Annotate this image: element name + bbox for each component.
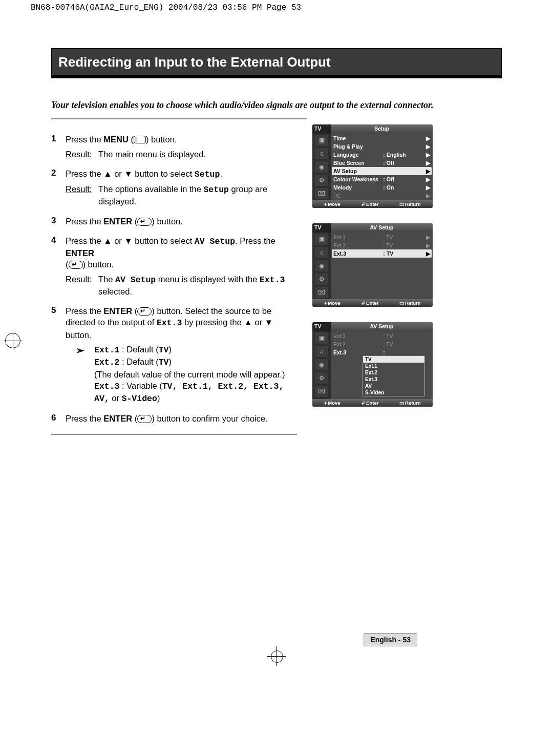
registration-mark-icon — [5, 333, 20, 348]
setup-icon: ⚙ — [315, 175, 328, 186]
osd-av-setup-menu: TV AV Setup ▣ ♫ ◉ ⚙ ⌧ Ext.1: TV▶Ext.2: T… — [312, 223, 433, 307]
t: TV — [159, 358, 169, 367]
t: Move — [328, 400, 340, 406]
osd-row-value: : Off — [383, 176, 424, 182]
enter-icon — [69, 261, 83, 269]
result-text: The options available in the Setup group… — [97, 183, 297, 207]
t: ( — [132, 217, 137, 226]
t: menu is displayed with the — [156, 275, 260, 284]
chevron-right-icon: ▶ — [424, 135, 430, 141]
nav-enter: ↲ Enter — [361, 201, 378, 207]
chevron-right-icon: ▶ — [424, 242, 430, 248]
result-text: The AV Setup menu is displayed with the … — [97, 274, 297, 298]
intro-paragraph: Your television enables you to choose wh… — [51, 99, 502, 111]
osd-row-value: : TV — [383, 242, 424, 248]
osd-tv-label: TV — [312, 322, 331, 331]
t: ) — [168, 357, 172, 366]
step-body: Press the ▲ or ▼ button to select AV Set… — [66, 235, 297, 297]
t: Setup — [195, 170, 220, 179]
t: : Variable ( — [120, 381, 162, 390]
step-body: Press the ENTER () button. Select the so… — [66, 305, 297, 405]
step-body: Press the ENTER () button to confirm you… — [66, 413, 297, 424]
result-label: Result: — [66, 274, 97, 298]
t: ( — [129, 135, 134, 144]
chevron-right-icon: ▶ — [424, 193, 430, 199]
t: Setup — [203, 185, 229, 195]
osd-dropdown-option: S-Video — [363, 389, 424, 396]
step-number: 6 — [51, 413, 66, 424]
chevron-right-icon: ▶ — [424, 176, 430, 182]
osd-tv-label: TV — [312, 124, 331, 134]
result-text: The main menu is displayed. — [97, 149, 297, 160]
note-block: ➣ Ext.1 : Default (TV) Ext.2 : Default (… — [66, 344, 297, 405]
osd-row: Melody: On▶ — [332, 183, 432, 192]
setup-icon: ⚙ — [315, 274, 328, 285]
t: Enter — [366, 400, 378, 406]
page: BN68-00746A(GAIA2_Euro_ENG) 2004/08/23 0… — [0, 0, 553, 756]
osd-row-label: Plug & Play — [333, 143, 383, 150]
t: ENTER — [103, 217, 132, 226]
print-header: BN68-00746A(GAIA2_Euro_ENG) 2004/08/23 0… — [0, 0, 553, 12]
t: ENTER — [103, 414, 132, 423]
osd-title: AV Setup — [331, 322, 433, 331]
osd-tv-label: TV — [312, 223, 331, 233]
osd-dropdown-option: Ext.1 — [363, 363, 424, 369]
t: MENU — [103, 135, 129, 144]
t: : Default ( — [120, 357, 159, 366]
osd-row-label: Melody — [333, 184, 383, 191]
t: Enter — [366, 201, 378, 207]
t: ENTER — [66, 248, 94, 258]
sound-icon: ♫ — [315, 346, 328, 357]
t: or — [110, 393, 122, 403]
t: ) — [157, 393, 160, 403]
osd-list: Time▶Plug & Play▶Language: English▶Blue … — [331, 134, 433, 200]
osd-row-label: Ext.3 — [333, 250, 383, 257]
t: . — [220, 169, 222, 178]
t: The — [98, 275, 115, 284]
osd-row-value: : English — [383, 152, 424, 158]
note-arrow-icon: ➣ — [66, 344, 94, 405]
t: The options available in the — [98, 184, 203, 194]
page-number-box: English - 53 — [364, 633, 417, 646]
osd-row: Ext.1: TV▶ — [332, 233, 432, 241]
nav-return: ▭ Return — [399, 400, 421, 406]
osd-row-label: Colour Weakness — [333, 176, 383, 182]
t: selected. — [98, 287, 132, 296]
step-number: 4 — [51, 235, 66, 297]
channel-icon: ◉ — [315, 260, 328, 271]
step-number: 2 — [51, 168, 66, 207]
nav-move: ♦ Move — [324, 300, 340, 306]
osd-row-value: : TV — [383, 250, 424, 257]
t: AV Setup — [195, 237, 235, 246]
t: Ext.1 — [94, 345, 120, 355]
step-5: 5 Press the ENTER () button. Select the … — [51, 305, 297, 405]
result: Result: The main menu is displayed. — [66, 149, 297, 160]
osd-dropdown-option: TV — [363, 356, 424, 363]
channel-icon: ◉ — [315, 161, 328, 173]
t: ( — [66, 260, 69, 269]
osd-row-label: Ext.1 — [333, 234, 383, 240]
t: AV Setup — [115, 275, 156, 285]
t: Move — [328, 300, 340, 306]
osd-row: Colour Weakness: Off▶ — [332, 175, 432, 183]
osd-row: Ext.3: — [332, 348, 432, 356]
nav-return: ▭ Return — [399, 201, 421, 207]
osd-row-value: : On — [383, 184, 424, 191]
t: Ext.2 — [94, 358, 120, 367]
pc-icon: ⌧ — [315, 188, 328, 199]
chevron-right-icon: ▶ — [424, 152, 430, 158]
t: Return — [405, 300, 421, 306]
osd-av-setup-dropdown: TV AV Setup ▣ ♫ ◉ ⚙ ⌧ Ext.1: TVExt.2: TV… — [312, 322, 433, 407]
osd-row: Ext.2: TV — [332, 340, 432, 348]
osd-row-value: : — [383, 349, 424, 355]
intro-text: Your television enables you to choose wh… — [51, 100, 434, 110]
t: ) button. — [83, 260, 114, 269]
result-label: Result: — [66, 183, 97, 207]
osd-list: Ext.1: TVExt.2: TVExt.3: TVExt.1Ext.2Ext… — [331, 331, 433, 399]
osd-row: PC▶ — [332, 192, 432, 200]
t: S-Video — [122, 394, 157, 404]
t: Ext.3 — [260, 275, 285, 285]
t: Press the — [66, 217, 103, 226]
t: TV — [159, 345, 169, 355]
t: : Default ( — [120, 345, 159, 354]
